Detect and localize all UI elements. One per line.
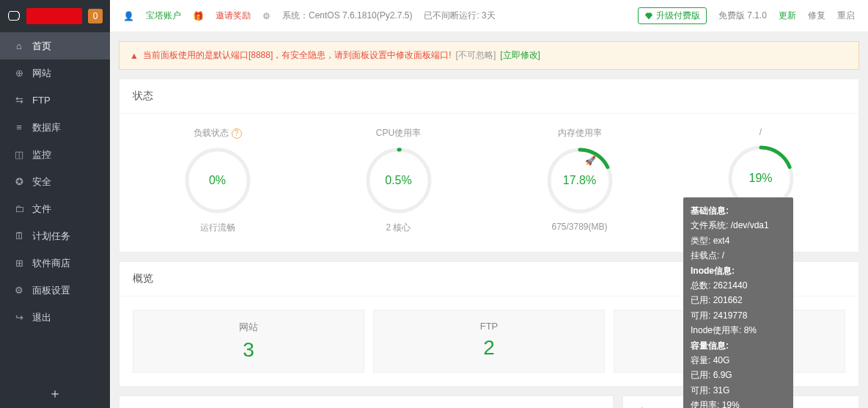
status-label: 内存使用率: [558, 127, 602, 139]
progress-circle: 🚀17.8%: [546, 147, 614, 214]
main: 👤 宝塔账户 🎁 邀请奖励 ⚙ 系统：CentOS 7.6.1810(Py2.7…: [110, 0, 868, 408]
software-title: 软件: [119, 396, 613, 408]
topbar: 👤 宝塔账户 🎁 邀请奖励 ⚙ 系统：CentOS 7.6.1810(Py2.7…: [110, 0, 868, 32]
reward-link[interactable]: 邀请奖励: [216, 10, 251, 22]
nav-label: 监控: [32, 148, 51, 161]
alert-note: [不可忽略]: [456, 49, 496, 62]
sidebar: 🖵 0 ⌂首页⊕网站⇆FTP≡数据库◫监控✪安全🗀文件🗓计划任务⊞软件商店⚙面板…: [0, 0, 110, 408]
nav-item-FTP[interactable]: ⇆FTP: [0, 87, 110, 114]
uptime: 已不间断运行: 3天: [424, 10, 495, 22]
nav-item-网站[interactable]: ⊕网站: [0, 59, 110, 87]
nav-label: FTP: [32, 95, 51, 106]
diamond-icon: [644, 12, 653, 21]
status-item[interactable]: 内存使用率🚀17.8%675/3789(MB): [489, 127, 670, 234]
status-sub: 2 核心: [386, 222, 411, 234]
brand-logo: [26, 8, 82, 24]
nav-item-首页[interactable]: ⌂首页: [0, 32, 110, 59]
system-label: 系统：CentOS 7.6.1810(Py2.7.5): [282, 10, 412, 22]
restart-link[interactable]: 重启: [837, 10, 855, 22]
overview-label: FTP: [480, 321, 499, 332]
update-link[interactable]: 更新: [779, 10, 796, 22]
percent-text: 0.5%: [365, 147, 433, 214]
nav-item-退出[interactable]: ↪退出: [0, 304, 110, 331]
nav-item-文件[interactable]: 🗀文件: [0, 195, 110, 222]
nav-icon: 🗀: [13, 203, 25, 214]
nav-label: 首页: [32, 40, 51, 53]
nav-label: 文件: [32, 203, 51, 216]
nav-icon: ⌂: [13, 40, 25, 51]
status-label: CPU使用率: [376, 127, 421, 139]
status-label: 负载状态?: [194, 127, 242, 139]
overview-label: 网站: [239, 321, 258, 334]
nav-item-计划任务[interactable]: 🗓计划任务: [0, 222, 110, 249]
nav-icon: ↪: [13, 312, 25, 323]
repair-link[interactable]: 修复: [808, 10, 825, 22]
gear-icon: ⚙: [262, 11, 271, 21]
nav-label: 计划任务: [32, 230, 70, 243]
version-tag: 免费版 7.1.0: [718, 10, 767, 22]
overview-card[interactable]: FTP2: [373, 310, 605, 373]
nav: ⌂首页⊕网站⇆FTP≡数据库◫监控✪安全🗀文件🗓计划任务⊞软件商店⚙面板设置↪退…: [0, 32, 110, 379]
gift-icon: 🎁: [193, 11, 204, 21]
nav-label: 安全: [32, 175, 51, 189]
help-icon[interactable]: ?: [232, 128, 242, 139]
status-section: 状态 负载状态?0%运行流畅CPU使用率0.5%2 核心内存使用率🚀17.8%6…: [119, 79, 859, 252]
nav-item-数据库[interactable]: ≡数据库: [0, 114, 110, 141]
nav-item-安全[interactable]: ✪安全: [0, 168, 110, 195]
nav-icon: ✪: [13, 176, 25, 187]
status-item[interactable]: /19%基础信息:文件系统: /dev/vda1类型: ext4挂载点: /In…: [670, 127, 851, 234]
add-button[interactable]: ＋: [0, 379, 110, 408]
alert-fix-link[interactable]: [立即修改]: [500, 49, 540, 62]
notification-badge[interactable]: 0: [88, 9, 103, 23]
nav-icon: ◫: [13, 149, 25, 160]
nav-item-监控[interactable]: ◫监控: [0, 141, 110, 168]
status-sub: 675/3789(MB): [551, 222, 607, 232]
upgrade-button[interactable]: 升级付费版: [638, 7, 707, 24]
status-title: 状态: [119, 79, 858, 114]
overview-card[interactable]: 网站3: [133, 310, 364, 373]
nav-icon: ⊞: [13, 258, 25, 269]
nav-icon: ⇆: [13, 95, 25, 106]
status-sub: 运行流畅: [200, 222, 235, 234]
percent-text: 17.8%: [546, 147, 614, 214]
progress-circle: 0%: [184, 147, 251, 214]
overview-value: 3: [243, 338, 254, 362]
monitor-icon: 🖵: [7, 9, 21, 24]
nav-label: 数据库: [32, 121, 61, 134]
nav-icon: ≡: [13, 122, 25, 133]
nav-icon: ⊕: [13, 68, 25, 79]
status-item[interactable]: 负载状态?0%运行流畅: [127, 127, 308, 234]
brand: 🖵 0: [0, 0, 110, 32]
disk-tooltip: 基础信息:文件系统: /dev/vda1类型: ext4挂载点: /Inode信…: [683, 197, 793, 408]
nav-icon: ⚙: [13, 285, 25, 296]
security-alert: ▲ 当前面板使用的是默认端口[8888]，有安全隐患，请到面板设置中修改面板端口…: [119, 41, 859, 70]
nav-item-面板设置[interactable]: ⚙面板设置: [0, 277, 110, 304]
nav-label: 网站: [32, 67, 51, 80]
software-section: 软件: [119, 396, 614, 408]
progress-circle: 0.5%: [365, 147, 433, 214]
warning-icon: ▲: [130, 51, 139, 61]
nav-label: 软件商店: [32, 257, 70, 270]
nav-label: 面板设置: [32, 284, 70, 297]
overview-value: 2: [483, 336, 495, 360]
account-link[interactable]: 宝塔账户: [146, 10, 181, 22]
alert-message: 当前面板使用的是默认端口[8888]，有安全隐患，请到面板设置中修改面板端口!: [143, 49, 452, 62]
nav-label: 退出: [32, 311, 51, 324]
nav-item-软件商店[interactable]: ⊞软件商店: [0, 249, 110, 277]
status-item[interactable]: CPU使用率0.5%2 核心: [308, 127, 489, 234]
status-label: /: [760, 127, 762, 137]
percent-text: 0%: [184, 147, 251, 214]
nav-icon: 🗓: [13, 230, 25, 241]
user-icon: 👤: [123, 11, 134, 21]
